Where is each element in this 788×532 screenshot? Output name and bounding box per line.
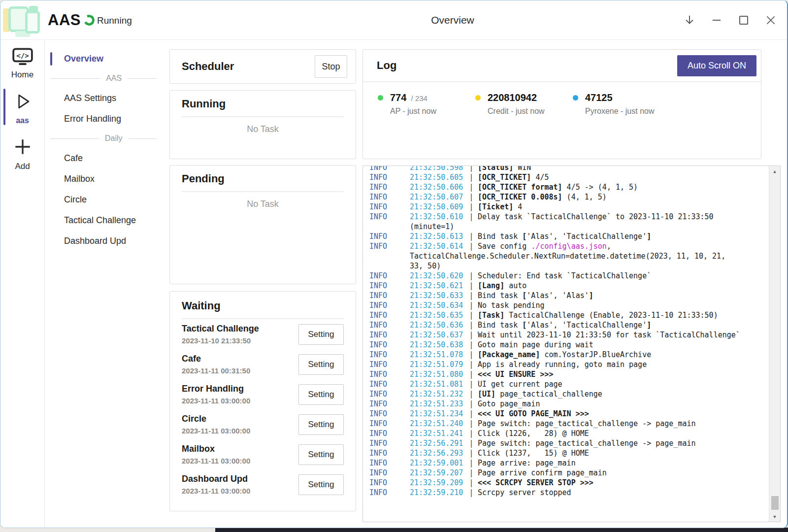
log-text-segment: [OCR_TICKET] [478, 173, 531, 182]
log-entry: INFO21:32:59.207|Page arrive confirm pag… [369, 468, 764, 478]
log-line: 21:32:50.637|Wait until 2023-11-10 21:33… [410, 330, 764, 340]
log-message: 21:32:59.207|Page arrive confirm page_ma… [410, 468, 764, 478]
log-text-segment: [ [522, 321, 526, 330]
scrollbar-thumb[interactable] [771, 496, 779, 510]
log-timestamp: 21:32:56.293 [410, 448, 465, 458]
scroll-up-arrow-icon[interactable]: ▲ [769, 167, 780, 175]
nav-section-divider: Daily [45, 129, 163, 148]
rail-item-home[interactable]: </>Home [0, 40, 44, 84]
app-window: AAS Running Overview </>HomeaasAdd Overv… [0, 0, 788, 528]
log-text-segment: auto [504, 281, 526, 290]
log-level: INFO [369, 360, 410, 369]
stop-button[interactable]: Stop [315, 55, 347, 78]
log-message: 21:32:51.240|Page switch: page_tactical_… [410, 419, 764, 429]
running-card: Running No Task [169, 90, 356, 159]
log-level: INFO [369, 369, 410, 379]
log-entry: INFO21:32:50.621|[Lang] auto [369, 281, 764, 291]
log-message: 21:32:51.232|[UI] page_tactical_challeng… [410, 389, 764, 399]
log-timestamp: 21:32:51.078 [410, 350, 465, 360]
log-separator: | [465, 340, 478, 350]
setting-button-dashboard-upd[interactable]: Setting [298, 474, 344, 495]
rail-item-label: Add [15, 162, 30, 171]
stat-label: Pyroxene - just now [585, 107, 655, 116]
log-level: INFO [369, 310, 410, 320]
log-message: 21:32:50.638|Goto main page during wait [410, 340, 764, 350]
sidebar-item-dashboard-upd[interactable]: Dashboard Upd [45, 231, 163, 251]
sidebar-item-tactical-challenge[interactable]: Tactical Challenge [45, 210, 163, 231]
log-message: 21:32:50.614|Save config ./config\aas.js… [410, 241, 764, 271]
sidebar-item-circle[interactable]: Circle [45, 189, 163, 210]
log-timestamp: 21:32:50.607 [410, 192, 465, 202]
log-separator: | [465, 419, 478, 429]
log-line: 21:32:56.291|Page switch: page_tactical_… [410, 438, 764, 448]
log-text-segment: [Task] [478, 311, 504, 320]
stat-label: Credit - just now [488, 107, 545, 116]
log-line: 21:32:50.610|Delay task `TacticalChallen… [410, 212, 764, 222]
log-line: 21:32:50.614|Save config ./config\aas.js… [410, 241, 764, 251]
monitor-code-icon: </> [12, 47, 33, 68]
log-line: 21:32:50.605|[OCR_TICKET] 4/5 [410, 172, 764, 182]
log-scrollbar[interactable]: ▲ ▼ [769, 166, 780, 522]
auto-scroll-toggle[interactable]: Auto Scroll ON [677, 55, 756, 76]
log-entry: INFO21:32:51.078|[Package_name] com.Yost… [369, 350, 764, 360]
running-empty-text: No Task [182, 124, 344, 134]
rail-item-aas[interactable]: aas [0, 84, 44, 129]
log-entry: INFO21:32:56.293|Click (1237, 15) @ HOME [369, 448, 764, 458]
setting-button-circle[interactable]: Setting [298, 414, 344, 435]
scroll-down-arrow-icon[interactable]: ▼ [769, 512, 780, 521]
log-separator: | [465, 232, 478, 241]
log-separator: | [465, 360, 478, 369]
log-separator: | [465, 330, 478, 340]
sidebar-item-cafe[interactable]: Cafe [45, 148, 163, 168]
log-level: INFO [369, 232, 410, 241]
dashboard-stats: 774 / 234AP - just now220810942Credit - … [363, 82, 761, 116]
stat-dot-icon [378, 95, 383, 100]
waiting-task-row: Error Handling2023-11-11 03:00:00Setting [182, 379, 344, 409]
log-message: 21:32:59.001|Page arrive: page_main [410, 458, 764, 468]
log-entry: INFO21:32:50.635|[Task] TacticalChalleng… [369, 310, 764, 320]
setting-button-mailbox[interactable]: Setting [298, 444, 344, 465]
log-text-segment: , [607, 242, 611, 251]
log-output[interactable]: INFO21:32:50.598|[Status] WININFO21:32:5… [362, 166, 781, 522]
nav-section-label: Daily [105, 134, 123, 143]
log-message: 21:32:50.610|Delay task `TacticalChallen… [410, 212, 764, 232]
waiting-task-row: Circle2023-11-11 03:00:00Setting [182, 409, 344, 439]
waiting-title: Waiting [182, 299, 344, 312]
log-text-segment: [UI] [478, 390, 495, 399]
log-level: INFO [369, 488, 410, 498]
log-entry: INFO21:32:50.634|No task pending [369, 300, 764, 310]
sidebar-item-overview[interactable]: Overview [45, 48, 163, 69]
setting-button-cafe[interactable]: Setting [298, 354, 344, 375]
log-text-segment: 4/5 [531, 173, 549, 182]
divider-line [50, 78, 100, 79]
waiting-task-row: Mailbox2023-11-11 03:00:00Setting [182, 439, 344, 469]
log-timestamp: 21:32:50.621 [410, 281, 465, 291]
download-arrow-icon[interactable] [679, 10, 700, 31]
log-line: 21:32:50.635|[Task] TacticalChallenge (E… [410, 310, 764, 320]
sidebar-item-aas-settings[interactable]: AAS Settings [45, 88, 163, 108]
log-text-segment: [OCR_TICKET format] [478, 183, 562, 192]
log-level: INFO [369, 320, 410, 330]
stat-ap: 774 / 234AP - just now [378, 92, 475, 116]
log-text-segment: App is already running, goto main page [478, 360, 647, 369]
close-button[interactable] [760, 10, 781, 31]
minimize-button[interactable] [706, 10, 727, 31]
waiting-task-row: Tactical Challenge2023-11-10 21:33:50Set… [182, 319, 344, 349]
icon-rail: </>HomeaasAdd [0, 40, 45, 528]
sidebar-item-label: Circle [64, 195, 87, 204]
log-timestamp: 21:32:51.080 [410, 369, 465, 379]
taskbar-strip [215, 528, 788, 532]
rail-item-add[interactable]: Add [0, 129, 44, 175]
maximize-button[interactable] [733, 10, 754, 31]
log-text-segment: Bind task [478, 232, 522, 241]
log-separator: | [465, 182, 478, 192]
setting-button-error-handling[interactable]: Setting [298, 384, 344, 405]
setting-button-tactical-challenge[interactable]: Setting [298, 324, 344, 345]
log-message: 21:32:50.620|Scheduler: End task `Tactic… [410, 271, 764, 281]
sidebar-item-label: Tactical Challenge [64, 215, 136, 225]
sidebar-item-mailbox[interactable]: Mailbox [45, 168, 163, 189]
sidebar-item-error-handling[interactable]: Error Handling [45, 108, 163, 129]
plus-icon [12, 136, 33, 160]
log-text-segment: Goto main page during wait [478, 340, 593, 349]
log-line: 21:32:50.636|Bind task ['Alas', 'Tactica… [410, 320, 764, 330]
